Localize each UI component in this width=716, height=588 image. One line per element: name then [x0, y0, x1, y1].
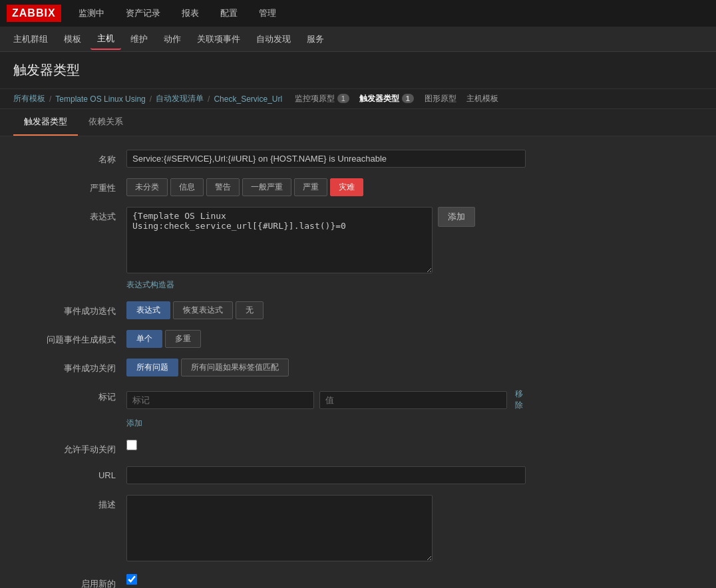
- severity-group: 未分类 信息 警告 一般严重 严重 灾难: [126, 178, 526, 196]
- breadcrumb-check-service[interactable]: Check_Service_Url: [214, 94, 282, 104]
- enable-checkbox[interactable]: [126, 574, 137, 585]
- breadcrumb: 所有模板 / Template OS Linux Using / 自动发现清单 …: [0, 89, 716, 109]
- sev-disaster[interactable]: 灾难: [330, 178, 363, 196]
- description-textarea[interactable]: [126, 495, 433, 561]
- nav-maintenance[interactable]: 维护: [124, 29, 154, 49]
- manual-close-row: 允许手动关闭: [20, 440, 696, 456]
- nav-monitor[interactable]: 监测中: [75, 5, 108, 22]
- expression-input-row: 添加: [126, 207, 526, 275]
- event-close-tag-match[interactable]: 所有问题如果标签值匹配: [181, 359, 289, 376]
- tag-name-input[interactable]: [126, 391, 314, 409]
- nav-admin[interactable]: 管理: [255, 5, 280, 22]
- enable-checkbox-row: [126, 574, 526, 585]
- problem-mode-row: 问题事件生成模式 单个 多重: [20, 330, 696, 348]
- breadcrumb-sep-1: /: [49, 94, 51, 104]
- page-title-bar: 触发器类型: [0, 52, 716, 89]
- expression-add-button[interactable]: 添加: [438, 207, 475, 227]
- nav-services[interactable]: 服务: [300, 29, 331, 49]
- event-close-label: 事件成功关闭: [20, 359, 126, 374]
- tag-remove-button[interactable]: 移除: [512, 387, 526, 412]
- tags-row: 标记 移除 添加: [20, 387, 696, 429]
- trigger-type-badge: 1: [402, 94, 414, 103]
- event-close-control: 所有问题 所有问题如果标签值匹配: [126, 359, 526, 376]
- url-row: URL: [20, 466, 696, 484]
- event-close-row: 事件成功关闭 所有问题 所有问题如果标签值匹配: [20, 359, 696, 376]
- breadcrumb-sep-3: /: [208, 94, 210, 104]
- event-ok-group: 表达式 恢复表达式 无: [126, 301, 526, 319]
- sev-info[interactable]: 信息: [170, 178, 204, 196]
- event-ok-recovery[interactable]: 恢复表达式: [173, 301, 233, 319]
- nav-actions[interactable]: 动作: [157, 29, 188, 49]
- nav-autodiscovery[interactable]: 自动发现: [250, 29, 297, 49]
- add-tag-link[interactable]: 添加: [126, 418, 142, 428]
- name-control: [126, 150, 526, 168]
- zabbix-logo: ZABBIX: [7, 5, 61, 22]
- expression-control: 添加 表达式构造器: [126, 207, 526, 291]
- event-ok-none[interactable]: 无: [236, 301, 264, 319]
- expression-builder-link[interactable]: 表达式构造器: [126, 280, 174, 289]
- severity-row: 严重性 未分类 信息 警告 一般严重 严重 灾难: [20, 178, 696, 196]
- url-label: URL: [20, 466, 126, 480]
- sev-average[interactable]: 一般严重: [242, 178, 291, 196]
- description-control: [126, 495, 526, 563]
- breadcrumb-template[interactable]: Template OS Linux Using: [55, 94, 145, 104]
- event-close-group: 所有问题 所有问题如果标签值匹配: [126, 359, 526, 376]
- url-input[interactable]: [126, 466, 526, 484]
- tag-value-input[interactable]: [319, 391, 507, 409]
- problem-mode-multiple[interactable]: 多重: [165, 330, 201, 348]
- enable-control: [126, 574, 526, 585]
- event-ok-row: 事件成功迭代 表达式 恢复表达式 无: [20, 301, 696, 319]
- expression-textarea-wrap: [126, 207, 433, 275]
- severity-control: 未分类 信息 警告 一般严重 严重 灾难: [126, 178, 526, 196]
- tags-input-row: 移除: [126, 387, 526, 412]
- second-navigation: 主机群组 模板 主机 维护 动作 关联项事件 自动发现 服务: [0, 27, 716, 52]
- problem-mode-single[interactable]: 单个: [126, 330, 162, 348]
- event-ok-control: 表达式 恢复表达式 无: [126, 301, 526, 319]
- tab-dependencies[interactable]: 依赖关系: [78, 109, 134, 136]
- breadcrumb-all-templates[interactable]: 所有模板: [13, 93, 45, 104]
- url-control: [126, 466, 526, 484]
- manual-close-checkbox-row: [126, 440, 526, 450]
- expression-label: 表达式: [20, 207, 126, 223]
- breadcrumb-monitor-proto[interactable]: 监控项原型 1: [295, 93, 349, 104]
- page-title: 触发器类型: [13, 61, 703, 79]
- event-close-all[interactable]: 所有问题: [126, 359, 178, 376]
- description-row: 描述: [20, 495, 696, 563]
- breadcrumb-autodiscovery[interactable]: 自动发现清单: [156, 93, 204, 104]
- tab-trigger-type[interactable]: 触发器类型: [13, 109, 78, 136]
- nav-assets[interactable]: 资产记录: [122, 5, 164, 22]
- breadcrumb-trigger-type[interactable]: 触发器类型 1: [359, 93, 413, 104]
- main-content: 名称 严重性 未分类 信息 警告 一般严重 严重 灾难 表达式 添加: [0, 136, 716, 588]
- monitor-proto-badge: 1: [337, 94, 349, 103]
- nav-correlated-events[interactable]: 关联项事件: [190, 29, 247, 49]
- manual-close-control: [126, 440, 526, 450]
- sev-warning[interactable]: 警告: [206, 178, 240, 196]
- nav-reports[interactable]: 报表: [178, 5, 203, 22]
- manual-close-label: 允许手动关闭: [20, 440, 126, 456]
- breadcrumb-graph-proto[interactable]: 图形原型: [425, 93, 456, 104]
- tab-bar: 触发器类型 依赖关系: [0, 109, 716, 136]
- problem-mode-control: 单个 多重: [126, 330, 526, 348]
- expression-row: 表达式 添加 表达式构造器: [20, 207, 696, 291]
- breadcrumb-host-template[interactable]: 主机模板: [466, 93, 498, 104]
- event-ok-label: 事件成功迭代: [20, 301, 126, 317]
- expression-textarea[interactable]: [126, 207, 433, 273]
- manual-close-checkbox[interactable]: [126, 440, 137, 450]
- nav-hostgroups[interactable]: 主机群组: [7, 29, 55, 49]
- top-navigation: ZABBIX 监测中 资产记录 报表 配置 管理: [0, 0, 716, 27]
- severity-label: 严重性: [20, 178, 126, 194]
- nav-config[interactable]: 配置: [216, 5, 242, 22]
- tags-label: 标记: [20, 387, 126, 403]
- name-label: 名称: [20, 150, 126, 166]
- sev-high[interactable]: 严重: [294, 178, 327, 196]
- name-row: 名称: [20, 150, 696, 168]
- event-ok-expression[interactable]: 表达式: [126, 301, 170, 319]
- problem-mode-label: 问题事件生成模式: [20, 330, 126, 346]
- nav-templates[interactable]: 模板: [57, 29, 88, 49]
- problem-mode-group: 单个 多重: [126, 330, 526, 348]
- name-input[interactable]: [126, 150, 526, 168]
- enable-label: 启用新的: [20, 574, 126, 588]
- nav-hosts[interactable]: 主机: [90, 29, 121, 50]
- sev-unclassified[interactable]: 未分类: [126, 178, 168, 196]
- enable-row: 启用新的: [20, 574, 696, 588]
